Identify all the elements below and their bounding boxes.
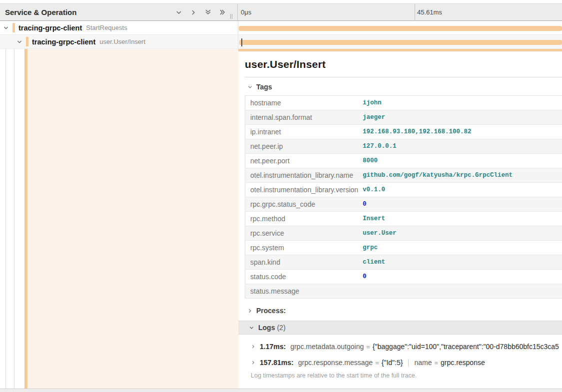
- tag-row: otel.instrumentation_library.versionv0.1…: [245, 183, 562, 197]
- operation-name: StartRequests: [86, 24, 127, 31]
- tag-key: status.message: [245, 287, 363, 295]
- tag-key: otel.instrumentation_library.version: [245, 186, 363, 194]
- divider: [245, 77, 562, 77]
- span-duration-bar-1[interactable]: [239, 26, 562, 31]
- tags-accordion-header[interactable]: Tags: [245, 83, 562, 91]
- timeline-tick-start: 0μs: [241, 4, 251, 20]
- span-color-bar: [12, 23, 15, 32]
- tag-row: net.peer.port8000: [245, 154, 562, 168]
- detail-row-highlight: [27, 49, 238, 389]
- service-name: tracing-grpc-client: [18, 24, 82, 32]
- tag-key: status.code: [245, 273, 363, 281]
- logs-count: (2): [277, 324, 285, 332]
- tag-value: Insert: [363, 215, 385, 222]
- chevron-right-icon: [247, 308, 253, 314]
- double-chevron-right-icon[interactable]: [218, 8, 226, 16]
- tag-value: 127.0.0.1: [363, 143, 397, 150]
- tag-value: 192.168.93.180,192.168.100.82: [363, 128, 472, 135]
- timeline-ruler: 0μs 45.61ms: [238, 4, 562, 20]
- tag-key: ip.intranet: [245, 128, 363, 136]
- tag-key: rpc.grpc.status_code: [245, 200, 363, 208]
- tag-row: otel.instrumentation_library.namegithub.…: [245, 168, 562, 183]
- logs-label: Logs: [258, 324, 275, 332]
- process-accordion-header[interactable]: Process:: [245, 307, 562, 315]
- chevron-down-icon[interactable]: [175, 8, 183, 16]
- trace-timeline-view: Service & Operation 0μs 45.61ms: [0, 0, 562, 392]
- tag-value: 0: [363, 201, 367, 208]
- span-detail-row: user.User/Insert Tags hostnameijohn inte…: [0, 49, 562, 389]
- chevron-right-icon[interactable]: [189, 8, 197, 16]
- span-color-bar: [26, 37, 28, 46]
- double-chevron-down-icon[interactable]: [204, 8, 212, 16]
- tag-row: rpc.systemgrpc: [245, 241, 562, 255]
- timeline-tick-mid: 45.61ms: [417, 4, 442, 20]
- log-value: {"Id":5}: [382, 359, 403, 367]
- tag-value: v0.1.0: [363, 186, 385, 193]
- tag-key: rpc.service: [245, 229, 363, 237]
- process-label: Process:: [256, 307, 286, 315]
- timeline-gridline: [415, 4, 415, 21]
- tag-key: span.kind: [245, 258, 363, 266]
- logs-footer-note: Log timestamps are relative to the start…: [245, 372, 562, 379]
- timeline-header-row: Service & Operation 0μs 45.61ms: [0, 3, 562, 21]
- log-equals: =: [432, 359, 441, 367]
- service-operation-header: Service & Operation: [0, 4, 238, 20]
- log-timestamp: 1.17ms:: [260, 343, 286, 351]
- tags-label: Tags: [256, 83, 272, 91]
- span-name-cell[interactable]: tracing-grpc-client user.User/Insert: [0, 35, 238, 48]
- log-value: {"baggage":"uid=100","traceparent":"00-d…: [373, 343, 559, 351]
- tag-value: grpc: [363, 244, 378, 251]
- tag-value: jaeger: [363, 114, 385, 121]
- tag-value: client: [363, 259, 385, 266]
- tag-row: net.peer.ip127.0.0.1: [245, 139, 562, 154]
- divider: [408, 359, 409, 367]
- tag-row: status.message: [245, 284, 562, 299]
- chevron-down-icon: [249, 325, 254, 331]
- chevron-down-icon[interactable]: [2, 25, 10, 31]
- column-resizer-grip[interactable]: [230, 14, 234, 19]
- page-bottom-strip: [0, 389, 562, 392]
- chevron-right-icon: [251, 359, 256, 367]
- log-marker-tick[interactable]: [241, 38, 242, 46]
- log-entry[interactable]: 157.81ms: grpc.response.message = {"Id":…: [245, 359, 562, 367]
- tag-row: internal.span.formatjaeger: [245, 110, 562, 125]
- tag-key: net.peer.port: [245, 157, 363, 165]
- tag-value: user.User: [363, 230, 397, 237]
- tag-value: 8000: [363, 157, 378, 164]
- tag-key: rpc.method: [245, 215, 363, 223]
- chevron-down-icon: [247, 84, 253, 90]
- logs-section: Logs (2) 1.17ms: grpc.metadata.outgoing …: [245, 321, 562, 379]
- tag-key: rpc.system: [245, 244, 363, 252]
- tree-guide-line: [14, 49, 14, 389]
- log-entry[interactable]: 1.17ms: grpc.metadata.outgoing = {"bagga…: [245, 343, 562, 351]
- tag-row: rpc.methodInsert: [245, 212, 562, 226]
- chevron-right-icon: [251, 343, 256, 351]
- log-field: grpc.response.message: [298, 359, 373, 367]
- tag-key: internal.span.format: [245, 113, 363, 121]
- span-detail-title: user.User/Insert: [245, 58, 562, 70]
- tag-row: span.kindclient: [245, 255, 562, 270]
- log-equals: =: [364, 343, 373, 351]
- tag-key: hostname: [245, 99, 363, 107]
- span-name-cell[interactable]: tracing-grpc-client StartRequests: [0, 21, 238, 34]
- service-operation-title: Service & Operation: [0, 8, 76, 16]
- log-field: name: [414, 359, 432, 367]
- log-equals: =: [373, 359, 382, 367]
- service-name: tracing-grpc-client: [32, 38, 95, 46]
- span-duration-bar-2[interactable]: [239, 40, 562, 45]
- tree-guide-line: [5, 49, 6, 389]
- tag-value: github.com/gogf/katyusha/krpc.GrpcClient: [363, 172, 513, 179]
- tag-key: otel.instrumentation_library.name: [245, 171, 363, 179]
- tag-row: hostnameijohn: [245, 96, 562, 110]
- tag-row: ip.intranet192.168.93.180,192.168.100.82: [245, 125, 562, 139]
- tags-table: hostnameijohn internal.span.formatjaeger…: [245, 95, 562, 299]
- logs-accordion-header[interactable]: Logs (2): [238, 321, 562, 335]
- chevron-down-icon[interactable]: [15, 39, 23, 45]
- tag-row: rpc.serviceuser.User: [245, 226, 562, 241]
- tag-row: rpc.grpc.status_code0: [245, 197, 562, 212]
- operation-name: user.User/Insert: [99, 38, 145, 45]
- log-field: grpc.metadata.outgoing: [290, 343, 364, 351]
- tag-value: 0: [363, 273, 367, 280]
- log-value: grpc.response: [441, 359, 485, 367]
- tag-row: status.code0: [245, 270, 562, 284]
